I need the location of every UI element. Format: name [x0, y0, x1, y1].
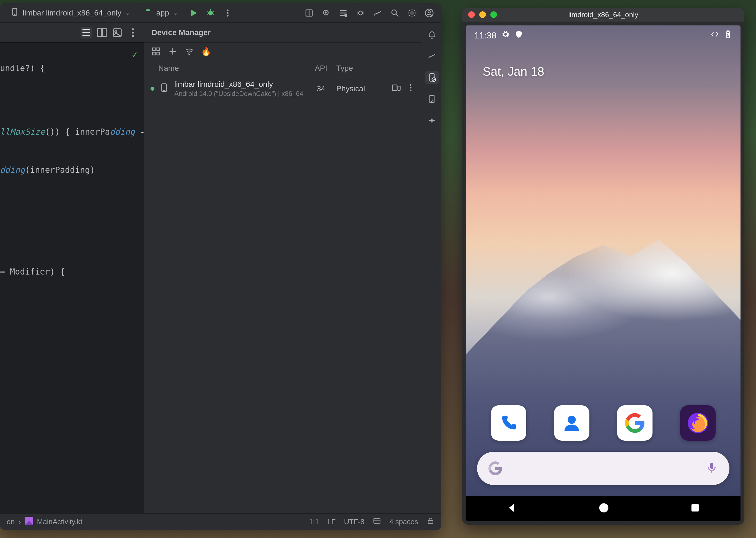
home-date[interactable]: Sat, Jan 18: [482, 65, 740, 79]
svg-point-2: [147, 9, 148, 10]
device-sub: Android 14.0 ("UpsideDownCake") | x86_64: [174, 90, 306, 98]
gemini-icon[interactable]: [425, 114, 439, 127]
firebase-icon[interactable]: 🔥: [200, 46, 212, 57]
device-manager-title: Device Manager: [144, 23, 422, 43]
phone-icon: [159, 83, 169, 94]
view-design-icon[interactable]: [111, 27, 123, 38]
profile-icon[interactable]: [371, 6, 384, 20]
breadcrumb[interactable]: on › MainActivity.kt: [7, 517, 83, 527]
android-status-bar[interactable]: 11:38 ?: [466, 26, 740, 45]
code-line: = Modifier) {: [0, 265, 144, 278]
row-more-icon[interactable]: [406, 83, 415, 94]
account-icon[interactable]: [422, 6, 436, 20]
code-line: [0, 202, 144, 215]
code-line: llMaxSize()) { innerPadding ->: [0, 126, 144, 138]
svg-line-8: [208, 14, 209, 14]
lock-icon[interactable]: [426, 517, 435, 527]
svg-rect-42: [153, 52, 155, 55]
svg-point-64: [568, 416, 576, 424]
svg-rect-40: [153, 48, 155, 51]
svg-line-23: [357, 14, 359, 14]
svg-rect-34: [102, 29, 106, 36]
ai-assistant-icon[interactable]: [320, 6, 333, 20]
view-split-icon[interactable]: [96, 27, 108, 38]
svg-rect-62: [727, 31, 729, 32]
svg-line-26: [396, 14, 399, 17]
svg-line-7: [213, 11, 214, 12]
encoding[interactable]: UTF-8: [344, 517, 364, 526]
contacts-app-icon[interactable]: [554, 405, 590, 441]
svg-point-46: [189, 54, 190, 55]
app-inspection-icon[interactable]: [425, 49, 439, 63]
firefox-app-icon[interactable]: [680, 405, 716, 441]
svg-point-19: [345, 14, 347, 17]
mirror-device-icon[interactable]: [392, 83, 401, 94]
device-manager-icon[interactable]: [425, 71, 439, 84]
phone-icon: [11, 8, 19, 18]
running-devices-icon[interactable]: [425, 92, 439, 106]
editor-more-icon[interactable]: [127, 27, 139, 38]
cursor-position[interactable]: 1:1: [309, 517, 319, 526]
svg-point-53: [410, 89, 411, 91]
wifi-pair-icon[interactable]: [184, 46, 195, 57]
svg-point-3: [149, 9, 150, 10]
editor-column: ✓ undle?) { llMaxSize()) { innerPadding …: [0, 23, 144, 513]
svg-point-25: [392, 10, 397, 14]
notifications-icon[interactable]: [425, 27, 439, 41]
svg-point-4: [209, 11, 213, 15]
device-grid-icon[interactable]: [151, 46, 161, 57]
bug-icon[interactable]: [354, 6, 367, 20]
svg-rect-49: [392, 85, 397, 90]
svg-line-9: [213, 14, 214, 14]
device-row[interactable]: limbar limdroid_x86_64_only Android 14.0…: [144, 76, 422, 101]
run-config-selector[interactable]: app ⌄: [139, 6, 183, 20]
code-line: [0, 87, 144, 100]
svg-point-39: [132, 35, 134, 37]
android-screen[interactable]: 11:38 ? Sat, Jan 18: [466, 26, 740, 521]
code-editor[interactable]: ✓ undle?) { llMaxSize()) { innerPadding …: [0, 43, 144, 513]
nav-back-button[interactable]: [506, 502, 518, 515]
run-button[interactable]: [187, 6, 200, 20]
indent[interactable]: 4 spaces: [389, 517, 418, 526]
nav-recents-button[interactable]: [690, 502, 701, 514]
device-manager-toolbar: 🔥: [144, 43, 422, 60]
svg-rect-56: [430, 95, 434, 103]
settings-icon[interactable]: [406, 6, 419, 20]
code-with-me-icon[interactable]: [302, 6, 316, 20]
phone-app-icon[interactable]: [491, 405, 526, 441]
svg-point-29: [428, 11, 431, 13]
code-line: undle?) {: [0, 62, 144, 75]
add-device-icon[interactable]: [167, 46, 178, 57]
search-icon[interactable]: [388, 6, 402, 20]
chevron-down-icon: ⌄: [125, 9, 130, 17]
google-app-icon[interactable]: [617, 405, 653, 441]
debug-button[interactable]: [204, 6, 217, 20]
android-nav-bar: [466, 496, 740, 521]
svg-rect-60: [428, 520, 433, 524]
readonly-toggle-icon[interactable]: [373, 517, 381, 527]
code-line: [0, 189, 144, 202]
code-line: [0, 215, 144, 227]
voice-search-icon[interactable]: [705, 461, 719, 475]
code-line: [0, 253, 144, 265]
battery-icon: ?: [724, 30, 732, 41]
emulator-titlebar: limdroid_x86_64_only: [462, 8, 744, 22]
google-search-bar[interactable]: [477, 452, 729, 485]
emulator-title: limdroid_x86_64_only: [462, 11, 744, 19]
run-config-name: app: [156, 9, 169, 18]
device-type: Physical: [336, 84, 392, 93]
code-line: [0, 151, 144, 164]
right-tool-rail: [422, 23, 441, 513]
chevron-down-icon: ⌄: [173, 9, 178, 17]
inspection-ok-icon: ✓: [132, 48, 138, 61]
more-actions[interactable]: [221, 6, 234, 20]
code-line: [0, 227, 144, 240]
device-name: limbar limdroid_x86_64_only: [174, 80, 306, 89]
structure-icon[interactable]: [337, 6, 350, 20]
svg-line-22: [362, 12, 364, 12]
col-type: Type: [336, 64, 392, 73]
line-ending[interactable]: LF: [327, 517, 336, 526]
nav-home-button[interactable]: [598, 502, 610, 515]
view-list-icon[interactable]: [81, 27, 92, 38]
project-selector[interactable]: limbar limdroid_x86_64_only ⌄: [6, 6, 135, 20]
